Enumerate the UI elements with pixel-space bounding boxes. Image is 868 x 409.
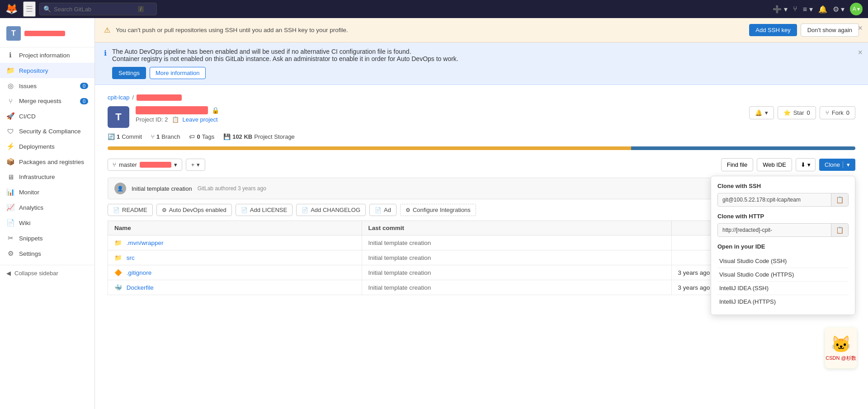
star-button[interactable]: ⭐ Star 0 — [778, 106, 816, 119]
readme-button[interactable]: 📄 README — [108, 204, 153, 216]
sidebar-item-analytics[interactable]: 📈 Analytics — [0, 200, 94, 215]
storage-label: Project Storage — [254, 133, 295, 140]
devops-banner-close-button[interactable]: × — [858, 48, 863, 57]
commit-cell: Initial template creation — [362, 250, 671, 265]
devops-banner-actions: Settings More information — [112, 67, 458, 79]
sidebar-item-label: Security & Compliance — [19, 128, 81, 135]
add-more-button[interactable]: 📄 Ad — [369, 204, 396, 216]
sidebar-item-project-information[interactable]: ℹ Project information — [0, 47, 94, 63]
branches-count: 1 — [156, 133, 160, 140]
readme-label: README — [122, 207, 147, 213]
add-files-label: ▾ — [197, 161, 200, 168]
hamburger-button[interactable]: ☰ — [23, 1, 36, 17]
add-ssh-key-button[interactable]: Add SSH key — [749, 24, 797, 36]
branches-stat: ⑂ 1 Branch — [151, 133, 180, 140]
csdn-label: CSDN @杉数 — [826, 355, 856, 362]
sidebar-item-infrastructure[interactable]: 🖥 Infrastructure — [0, 169, 94, 184]
security-icon: 🛡 — [6, 127, 14, 135]
commits-icon: 🔄 — [108, 133, 115, 140]
file-name-link[interactable]: .mvn/wrapper — [127, 240, 164, 246]
ide-intellij-https[interactable]: IntelliJ IDEA (HTTPS) — [717, 295, 849, 308]
merge-icon[interactable]: ⑂ — [793, 5, 797, 13]
search-input[interactable] — [54, 6, 135, 13]
clone-ssh-row: 📋 — [717, 193, 849, 207]
packages-icon: 📦 — [6, 158, 14, 166]
clone-http-input[interactable] — [718, 224, 831, 236]
configure-integrations-icon: ⚙ — [406, 207, 410, 213]
user-avatar[interactable]: A ▾ — [850, 3, 863, 15]
sidebar-item-settings[interactable]: ⚙ Settings — [0, 246, 94, 261]
tags-icon: 🏷 — [189, 133, 195, 140]
sidebar-item-packages-registries[interactable]: 📦 Packages and registries — [0, 154, 94, 169]
activity-icon[interactable]: ≡ ▾ — [803, 5, 813, 14]
ide-vscode-https[interactable]: Visual Studio Code (HTTPS) — [717, 268, 849, 282]
branch-icon: ⑂ — [113, 161, 116, 168]
devops-settings-button[interactable]: Settings — [112, 67, 146, 79]
copy-project-id-icon[interactable]: 📋 — [172, 116, 179, 123]
plus-icon[interactable]: ➕ ▾ — [773, 5, 787, 14]
issues-icon: ◎ — [6, 82, 14, 90]
add-license-icon: 📄 — [241, 207, 248, 213]
web-ide-button[interactable]: Web IDE — [757, 158, 792, 171]
merge-requests-badge: 0 — [80, 98, 88, 104]
search-bar[interactable]: 🔍 / — [39, 3, 157, 15]
dont-show-again-button[interactable]: Don't show again — [801, 24, 859, 37]
devops-banner-line2: Container registry is not enabled on thi… — [112, 55, 458, 62]
clone-dropdown: Clone with SSH 📋 Clone with HTTP 📋 Open … — [711, 176, 855, 315]
clone-ssh-input[interactable] — [718, 194, 831, 206]
leave-project-link[interactable]: Leave project — [183, 116, 218, 123]
sidebar-item-issues[interactable]: ◎ Issues 0 — [0, 78, 94, 94]
clone-button[interactable]: Clone ▾ — [819, 159, 855, 171]
auto-devops-button[interactable]: ⚙ Auto DevOps enabled — [156, 204, 232, 216]
sidebar-item-monitor[interactable]: 📊 Monitor — [0, 184, 94, 200]
project-information-icon: ℹ — [6, 51, 14, 59]
configure-integrations-button[interactable]: ⚙ Configure Integrations — [400, 204, 476, 216]
branch-selector[interactable]: ⑂ master ▾ — [108, 159, 182, 171]
fork-label: Fork — [832, 109, 844, 116]
add-files-button[interactable]: + ▾ — [186, 159, 206, 171]
notifications-button[interactable]: 🔔 ▾ — [749, 106, 774, 119]
fork-button[interactable]: ⑂ Fork 0 — [820, 106, 855, 119]
sidebar-item-cicd[interactable]: 🚀 CI/CD — [0, 108, 94, 124]
collapse-label: Collapse sidebar — [14, 270, 58, 277]
ssh-banner-actions: Add SSH key Don't show again — [749, 24, 859, 37]
sidebar-item-snippets[interactable]: ✂ Snippets — [0, 230, 94, 246]
sidebar-item-label: Settings — [19, 250, 41, 257]
sidebar-item-merge-requests[interactable]: ⑂ Merge requests 0 — [0, 94, 94, 108]
issues-badge: 0 — [80, 83, 88, 89]
collapse-sidebar-button[interactable]: ◀ Collapse sidebar — [0, 265, 94, 281]
more-information-button[interactable]: More information — [150, 67, 206, 79]
ssh-banner-close-button[interactable]: × — [858, 24, 863, 33]
ssh-banner-text: You can't push or pull repositories usin… — [116, 27, 744, 33]
clone-ssh-copy-button[interactable]: 📋 — [831, 193, 848, 206]
file-cell: 🐳 Dockerfile — [108, 280, 362, 295]
open-in-ide-title: Open in your IDE — [717, 243, 849, 250]
sidebar-item-security-compliance[interactable]: 🛡 Security & Compliance — [0, 124, 94, 139]
sidebar-item-wiki[interactable]: 📄 Wiki — [0, 215, 94, 230]
add-license-button[interactable]: 📄 Add LICENSE — [236, 204, 292, 216]
ide-intellij-ssh[interactable]: IntelliJ IDEA (SSH) — [717, 282, 849, 295]
settings-icon[interactable]: ⚙ ▾ — [833, 5, 844, 14]
cicd-icon: 🚀 — [6, 112, 14, 120]
add-changelog-button[interactable]: 📄 Add CHANGELOG — [296, 204, 366, 216]
repository-icon: 📁 — [6, 66, 14, 75]
file-name-link[interactable]: Dockerfile — [127, 284, 154, 291]
file-name-link[interactable]: .gitignore — [127, 269, 152, 276]
file-cell: 📁 .mvn/wrapper — [108, 235, 362, 250]
sidebar-item-repository[interactable]: 📁 Repository — [0, 63, 94, 78]
file-name-link[interactable]: src — [127, 254, 135, 261]
commit-cell: Initial template creation — [362, 235, 671, 250]
clone-ssh-title: Clone with SSH — [717, 183, 849, 189]
find-file-button[interactable]: Find file — [721, 158, 754, 171]
notifications-chevron: ▾ — [765, 109, 768, 116]
clone-http-copy-button[interactable]: 📋 — [831, 224, 848, 236]
commit-author-avatar: 👤 — [114, 183, 126, 194]
settings-sidebar-icon: ⚙ — [6, 249, 14, 258]
ide-vscode-ssh[interactable]: Visual Studio Code (SSH) — [717, 254, 849, 268]
clone-chevron-icon[interactable]: ▾ — [843, 161, 850, 168]
bell-icon[interactable]: 🔔 — [818, 5, 827, 14]
sidebar-item-deployments[interactable]: ⚡ Deployments — [0, 139, 94, 154]
commit-msg: Initial template creation — [368, 254, 431, 261]
breadcrumb-group-link[interactable]: cpit-lcap — [108, 94, 129, 101]
download-button[interactable]: ⬇ ▾ — [796, 158, 816, 171]
